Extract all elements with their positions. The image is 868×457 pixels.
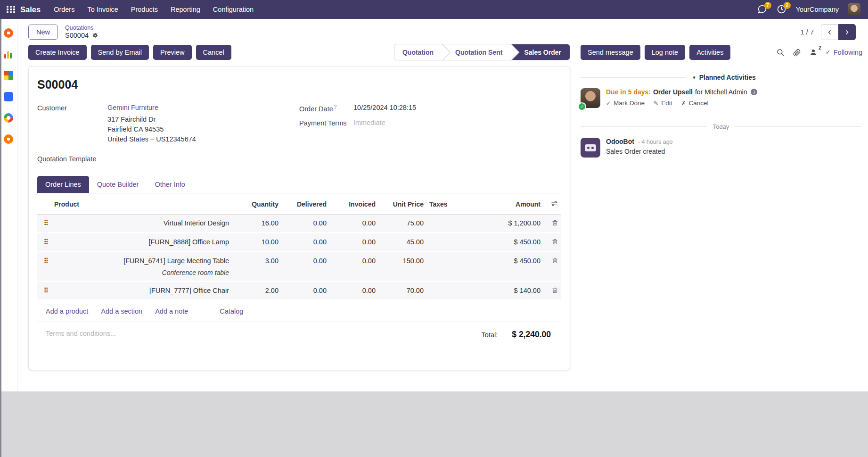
column-unit-price[interactable]: Unit Price (378, 193, 426, 215)
cell-taxes[interactable] (426, 215, 468, 233)
planned-activities-header: ▾ Planned Activities (581, 74, 861, 81)
activities-schedule-button[interactable]: Activities (689, 45, 730, 60)
drag-handle-icon[interactable]: ⠿ (37, 282, 51, 300)
drag-handle-icon[interactable]: ⠿ (37, 252, 51, 282)
record-title: S00004 (37, 78, 561, 91)
attachments-paperclip-icon[interactable] (793, 48, 801, 57)
drag-handle-icon[interactable]: ⠿ (37, 233, 51, 252)
pie-shortcut-icon[interactable] (4, 113, 13, 123)
order-date-value[interactable]: 10/25/2024 10:28:15 (353, 104, 561, 113)
customer-link[interactable]: Gemini Furniture (107, 104, 158, 111)
column-taxes[interactable]: Taxes (426, 193, 468, 215)
cell-taxes[interactable] (426, 282, 468, 300)
user-avatar[interactable] (848, 3, 860, 16)
cell-quantity[interactable]: 10.00 (232, 233, 281, 252)
column-amount[interactable]: Amount (468, 193, 543, 215)
cell-quantity[interactable]: 3.00 (232, 252, 281, 282)
menu-products[interactable]: Products (131, 6, 158, 13)
cancel-activity-button[interactable]: ✗ Cancel (681, 100, 708, 107)
add-a-note-link[interactable]: Add a note (155, 307, 188, 315)
action-menu-gear-icon[interactable] (92, 32, 98, 39)
tab-order-lines[interactable]: Order Lines (37, 176, 89, 193)
menu-orders[interactable]: Orders (54, 6, 74, 13)
menu-reporting[interactable]: Reporting (171, 6, 200, 13)
status-step-quotation[interactable]: Quotation (394, 44, 442, 60)
cell-delivered[interactable]: 0.00 (281, 233, 329, 252)
cell-delivered[interactable]: 0.00 (281, 252, 329, 282)
menu-configuration[interactable]: Configuration (213, 6, 254, 13)
sheet-footer: Terms and conditions... Total: $ 2,240.0… (37, 322, 561, 370)
menu-to-invoice[interactable]: To Invoice (87, 6, 118, 13)
cell-product[interactable]: [FURN_8888] Office Lamp (51, 233, 232, 252)
delete-row-trash-icon[interactable] (543, 252, 561, 282)
cell-invoiced[interactable]: 0.00 (329, 215, 378, 233)
cell-taxes[interactable] (426, 233, 468, 252)
status-step-sales-order[interactable]: Sales Order (511, 44, 570, 60)
send-by-email-button[interactable]: Send by Email (91, 45, 149, 60)
main-menu: Orders To Invoice Products Reporting Con… (54, 6, 254, 13)
apps-menu-icon[interactable] (7, 6, 16, 13)
search-messages-icon[interactable] (776, 48, 785, 57)
preview-button[interactable]: Preview (153, 45, 192, 60)
chart-shortcut-icon[interactable] (4, 50, 13, 59)
column-product[interactable]: Product (51, 193, 232, 215)
cell-unit-price[interactable]: 150.00 (378, 252, 426, 282)
optional-columns-button[interactable] (543, 193, 561, 215)
payment-terms-value[interactable]: Immediate (353, 119, 561, 127)
create-invoice-button[interactable]: Create Invoice (28, 45, 87, 60)
odoo-shortcut-icon[interactable] (4, 28, 13, 38)
app-name-sales[interactable]: Sales (20, 5, 41, 14)
blue-app-shortcut-icon[interactable] (4, 92, 13, 101)
tab-quote-builder[interactable]: Quote Builder (89, 176, 147, 193)
cell-taxes[interactable] (426, 252, 468, 282)
delete-row-trash-icon[interactable] (543, 233, 561, 252)
cell-delivered[interactable]: 0.00 (281, 282, 329, 300)
cell-product[interactable]: Virtual Interior Design (51, 215, 232, 233)
form-sheet: S00004 Customer Gemini Furniture 317 Fai… (28, 66, 570, 370)
send-message-button[interactable]: Send message (581, 45, 640, 60)
new-button[interactable]: New (28, 25, 58, 40)
cell-delivered[interactable]: 0.00 (281, 215, 329, 233)
company-switcher[interactable]: YourCompany (796, 6, 839, 13)
add-a-product-link[interactable]: Add a product (46, 307, 88, 315)
cell-unit-price[interactable]: 45.00 (378, 233, 426, 252)
cell-invoiced[interactable]: 0.00 (329, 282, 378, 300)
catalog-link[interactable]: Catalog (220, 307, 243, 315)
status-step-quotation-sent[interactable]: Quotation Sent (442, 44, 511, 60)
activities-badge: 2 (784, 2, 791, 9)
following-button[interactable]: ✓ Following (826, 49, 862, 56)
cell-quantity[interactable]: 16.00 (232, 215, 281, 233)
grid-shortcut-icon[interactable] (4, 71, 13, 80)
tab-other-info[interactable]: Other Info (147, 176, 193, 193)
log-note-button[interactable]: Log note (645, 45, 685, 60)
column-invoiced[interactable]: Invoiced (329, 193, 378, 215)
address-line: 317 Fairchild Dr (107, 115, 299, 125)
cell-quantity[interactable]: 2.00 (232, 282, 281, 300)
cancel-button[interactable]: Cancel (196, 45, 231, 60)
cell-product[interactable]: [FURN_7777] Office Chair (51, 282, 232, 300)
delete-row-trash-icon[interactable] (543, 282, 561, 300)
cell-unit-price[interactable]: 70.00 (378, 282, 426, 300)
delete-row-trash-icon[interactable] (543, 215, 561, 233)
cell-invoiced[interactable]: 0.00 (329, 233, 378, 252)
cell-unit-price[interactable]: 75.00 (378, 215, 426, 233)
settings-shortcut-icon[interactable] (4, 134, 13, 144)
pager-next-button[interactable] (838, 24, 856, 40)
column-quantity[interactable]: Quantity (232, 193, 281, 215)
drag-handle-icon[interactable]: ⠿ (37, 215, 51, 233)
cell-invoiced[interactable]: 0.00 (329, 252, 378, 282)
edit-activity-button[interactable]: ✎ Edit (654, 100, 672, 107)
add-a-section-link[interactable]: Add a section (101, 307, 142, 315)
quotation-template-label[interactable]: Quotation Template (37, 155, 299, 163)
pager-value[interactable]: 1 / 7 (801, 28, 814, 36)
activities-button[interactable]: 2 (777, 4, 787, 15)
mark-done-button[interactable]: ✓ Mark Done (606, 100, 645, 107)
collapse-activities-icon[interactable]: ▾ (693, 75, 696, 81)
cell-product[interactable]: [FURN_6741] Large Meeting TableConferenc… (51, 252, 232, 282)
followers-icon[interactable]: 2 (809, 48, 818, 57)
breadcrumb-quotations-link[interactable]: Quotations (65, 25, 98, 32)
messages-button[interactable]: 7 (757, 4, 768, 15)
column-delivered[interactable]: Delivered (281, 193, 329, 215)
terms-and-conditions-input[interactable]: Terms and conditions... (46, 330, 116, 337)
pager-previous-button[interactable] (821, 24, 838, 40)
